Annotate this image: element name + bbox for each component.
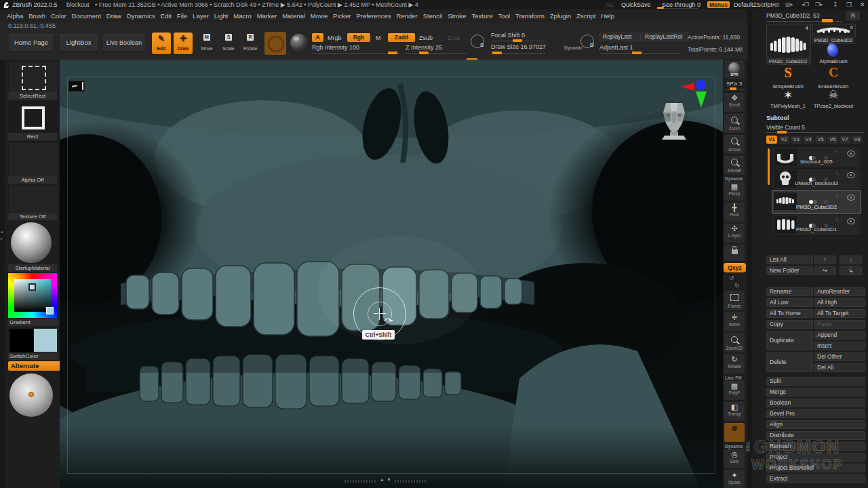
menu-texture[interactable]: Texture	[472, 12, 493, 20]
menu-document[interactable]: Document	[72, 12, 101, 20]
curve-mode-icon[interactable]: D	[580, 35, 597, 52]
right-tray-divider[interactable]	[747, 9, 752, 488]
spix-slider[interactable]: SPix 3	[726, 81, 742, 87]
restore-icon[interactable]: ❐	[846, 1, 852, 8]
menu-render[interactable]: Render	[397, 12, 418, 20]
all-low-button[interactable]: All Low	[766, 298, 813, 307]
rotate-mode-button[interactable]: R Rotate	[241, 33, 259, 54]
menus-toggle-button[interactable]: Menus	[707, 1, 730, 8]
pen-toggle-icon[interactable]: ✎	[835, 149, 840, 155]
remesh-button[interactable]: Remesh	[766, 442, 865, 451]
menu-zplugin[interactable]: Zplugin	[550, 12, 571, 20]
split-button[interactable]: Split	[766, 377, 865, 386]
close-icon[interactable]: ✕	[860, 1, 865, 8]
alternate-button[interactable]: Alternate	[8, 361, 61, 371]
main-color-swatch[interactable]	[9, 329, 34, 353]
scroll-button[interactable]: ✥ Scroll	[724, 93, 745, 112]
move-up-button[interactable]: ↑	[814, 256, 836, 264]
solo-button[interactable]: ◎ Solo	[724, 449, 745, 468]
polyframe-button[interactable]: ▦ PolyF	[724, 381, 745, 400]
zoom-button[interactable]: Zoom	[724, 114, 745, 133]
subtool-scrollbar[interactable]	[768, 148, 770, 185]
tray-right-icon[interactable]: ▤▸	[785, 1, 793, 7]
z-intensity-slider[interactable]: Z Intensity 25	[406, 44, 442, 51]
replay-last-button[interactable]: ReplayLast	[599, 33, 641, 41]
menu-stroke[interactable]: Stroke	[448, 12, 466, 20]
list-all-button[interactable]: List All	[766, 256, 813, 264]
actual-button[interactable]: Actual	[724, 135, 745, 154]
menu-zscript[interactable]: Zscript	[576, 12, 596, 20]
draw-size-slider[interactable]: Draw Size 16.97027	[491, 43, 546, 50]
project-basrelief-button[interactable]: Project BasRelief	[766, 464, 865, 472]
move-down-button[interactable]: ↓	[840, 256, 862, 264]
rgb-toggle[interactable]: Rgb	[347, 33, 370, 42]
subtool-tab-v3[interactable]: V3	[791, 136, 802, 144]
tool-thumb-2[interactable]: 4	[812, 24, 856, 37]
rotate-nav-button[interactable]: ↻ Rotate	[724, 354, 745, 373]
simplebrush-thumb[interactable]: S	[766, 65, 810, 83]
menu-layer[interactable]: Layer	[193, 12, 209, 20]
draw-mode-button[interactable]: ✚ Draw	[174, 33, 193, 54]
menu-stencil[interactable]: Stencil	[423, 12, 443, 20]
distribute-button[interactable]: Distribute	[766, 431, 865, 440]
menu-transform[interactable]: Transform	[515, 12, 545, 20]
menu-movie[interactable]: Movie	[311, 12, 328, 20]
rename-button[interactable]: Rename	[766, 287, 813, 296]
visibility-eye-icon[interactable]	[847, 218, 855, 224]
autoreorder-button[interactable]: AutoReorder	[814, 287, 865, 296]
move-nav-button[interactable]: ✛ Move	[724, 312, 745, 331]
secondary-color-swatch[interactable]	[34, 329, 57, 352]
eraserbrush-thumb[interactable]: C	[812, 65, 854, 83]
current-material-button[interactable]	[290, 34, 308, 52]
bottom-divider-dots-left[interactable]	[344, 480, 377, 483]
left-tray-divider[interactable]: ◂ ▸	[0, 60, 5, 488]
transp-button[interactable]: ◧ Transp	[724, 402, 745, 421]
color-picker[interactable]	[8, 273, 57, 318]
lightbox-button[interactable]: LightBox	[60, 34, 98, 52]
subtool-tab-v6[interactable]: V6	[827, 136, 838, 144]
focal-shift-handle[interactable]	[513, 39, 522, 42]
del-all-button[interactable]: Del All	[814, 363, 865, 372]
subtool-row-umesh[interactable]: ✎ UMesh_blockout3	[772, 168, 861, 190]
tpose-thumb[interactable]: ☠	[812, 88, 854, 102]
minimize-icon[interactable]: ↧	[833, 1, 838, 8]
rgb-intensity-handle[interactable]	[388, 52, 397, 54]
all-high-button[interactable]: All High	[814, 298, 865, 307]
menu-material[interactable]: Material	[282, 12, 305, 20]
zsub-toggle[interactable]: Zsub	[419, 35, 433, 41]
adjust-last-handle[interactable]	[632, 52, 642, 54]
tool-name-slider[interactable]: PM3D_Cube3D2. 53	[766, 12, 819, 19]
pen-toggle-icon[interactable]: ✎	[835, 171, 840, 177]
tool-name-handle[interactable]	[822, 19, 833, 22]
merge-button[interactable]: Merge	[766, 388, 865, 396]
menu-alpha[interactable]: Alpha	[7, 12, 23, 20]
visible-count-slider[interactable]: Visible Count 5	[766, 124, 805, 131]
all-to-home-button[interactable]: All To Home	[766, 309, 813, 318]
z-intensity-track[interactable]	[406, 53, 467, 54]
append-button[interactable]: Append	[814, 331, 865, 340]
aahalf-button[interactable]: AAHalf	[724, 156, 745, 175]
tray-left-icon[interactable]: ◂▤	[772, 1, 780, 7]
visibility-eye-icon[interactable]	[847, 150, 855, 157]
alpha-channel-toggle[interactable]: A	[312, 33, 323, 42]
align-button[interactable]: Align	[766, 420, 865, 429]
menu-light[interactable]: Light	[214, 12, 229, 20]
see-through-handle[interactable]	[657, 7, 664, 9]
delete-button[interactable]: Delete	[766, 352, 813, 372]
visibility-eye-icon[interactable]	[847, 195, 855, 201]
rgb-intensity-track[interactable]	[312, 53, 400, 54]
bpr-button[interactable]: BPR	[724, 61, 745, 79]
move-out-folder-button[interactable]: ↪	[814, 266, 836, 275]
move-in-folder-button[interactable]: ↳	[840, 266, 862, 275]
scale-mode-button[interactable]: S Scale	[220, 33, 237, 54]
stroke-selector[interactable]	[8, 61, 58, 94]
frame-button[interactable]: Frame	[724, 291, 745, 310]
duplicate-button[interactable]: Duplicate	[766, 331, 813, 350]
home-page-button[interactable]: Home Page	[9, 34, 53, 52]
menu-preferences[interactable]: Preferences	[356, 12, 391, 20]
spix-handle[interactable]	[730, 87, 736, 90]
pivot-lock-button[interactable]	[724, 245, 745, 261]
qxyz-button[interactable]: Qxyz	[724, 263, 746, 272]
rotate-right-icon[interactable]: ↻	[734, 282, 740, 289]
extract-button[interactable]: Extract	[766, 474, 865, 483]
